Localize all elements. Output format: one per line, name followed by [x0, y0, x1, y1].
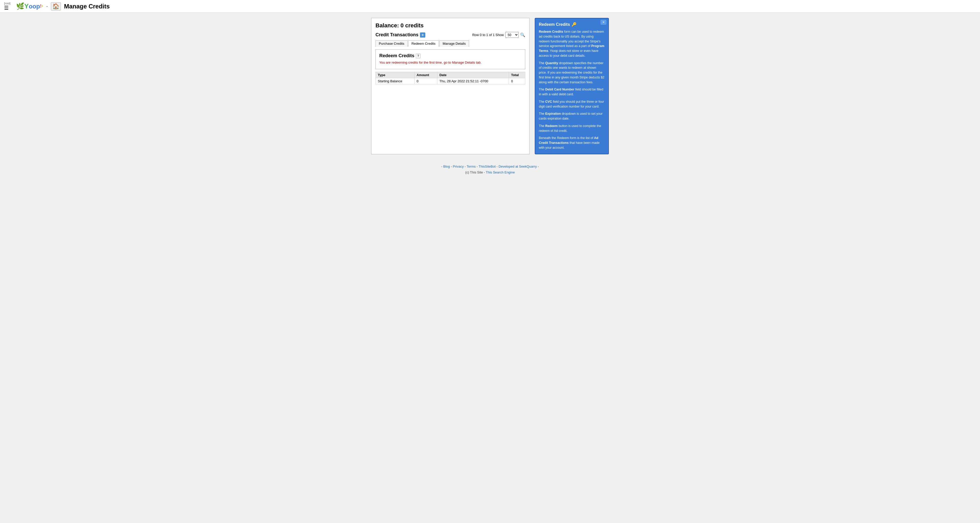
logo-area: 🌿 Y oop ! • — [16, 2, 43, 10]
footer-dash-6: - — [538, 165, 539, 169]
cell-total: 0 — [509, 78, 525, 84]
credit-transactions-title: Credit Transactions — [375, 32, 418, 38]
main-content: Balance: 0 credits Credit Transactions +… — [0, 13, 980, 159]
table-header: Type Amount Date Total — [376, 72, 525, 78]
home-button[interactable]: 🏠 — [51, 2, 61, 11]
tab-manage-details[interactable]: Manage Details — [439, 40, 469, 47]
footer-dash-2: - — [451, 165, 453, 169]
tab-redeem-credits-label: Redeem Credits — [412, 41, 436, 46]
balance-display: Balance: 0 credits — [375, 22, 525, 29]
header: [root] ☰ 🌿 Y oop ! • - 🏠 Manage Credits — [0, 0, 980, 13]
col-date: Date — [437, 72, 509, 78]
footer-link-blog[interactable]: Blog — [443, 165, 450, 169]
footer-link-seekquarry[interactable]: Developed at SeekQuarry — [498, 165, 537, 169]
help-panel-close-button[interactable]: ✕ — [601, 20, 606, 24]
row-info-text: Row 0 to 1 of 1 Show — [472, 33, 504, 37]
footer-copyright: (c) This Site - This Search Engine — [5, 170, 975, 174]
help-para-1: Redeem Credits form can be used to redee… — [539, 29, 605, 58]
help-para-2: The Quantity dropdown specifies the numb… — [539, 61, 605, 85]
footer-dash-1: - — [441, 165, 443, 169]
help-panel-title: Redeem Credits 🔑 — [539, 22, 605, 27]
help-para-6: The Redeem button is used to complete th… — [539, 124, 605, 134]
help-title-text: Redeem Credits — [539, 22, 570, 27]
content-panel: Balance: 0 credits Credit Transactions +… — [371, 18, 530, 154]
footer-link-search-engine[interactable]: This Search Engine — [486, 170, 515, 174]
root-label: [root] — [4, 2, 11, 5]
table-row: Starting Balance 0 Thu, 28 Apr 2022 21:5… — [376, 78, 525, 84]
cell-amount: 0 — [414, 78, 437, 84]
help-para-7: Beneath the Redeem form is the list of A… — [539, 136, 605, 150]
help-para-4: The CVC field you should put the three o… — [539, 99, 605, 109]
help-panel: Redeem Credits 🔑 ✕ Redeem Credits form c… — [535, 18, 609, 154]
tab-redeem-credits[interactable]: Redeem Credits — [408, 40, 439, 47]
cell-type: Starting Balance — [376, 78, 415, 84]
help-icon[interactable]: ? — [416, 54, 420, 58]
tab-manage-details-label: Manage Details — [443, 41, 466, 46]
credit-transactions-label: Credit Transactions + — [375, 32, 425, 38]
logo-y: Y — [24, 2, 29, 10]
redeem-title: Redeem Credits — [379, 53, 414, 59]
col-type: Type — [376, 72, 415, 78]
show-count-select[interactable]: 50 25 100 — [505, 32, 519, 38]
redeem-warning: You are redeeming credits for the first … — [379, 60, 522, 64]
row-info: Row 0 to 1 of 1 Show 50 25 100 🔍 — [472, 32, 525, 38]
key-icon: 🔑 — [571, 22, 577, 27]
col-amount: Amount — [414, 72, 437, 78]
footer-link-thissitebot[interactable]: ThisSiteBot — [479, 165, 495, 169]
table-body: Starting Balance 0 Thu, 28 Apr 2022 21:5… — [376, 78, 525, 84]
add-transaction-button[interactable]: + — [420, 32, 425, 38]
credit-transactions-header: Credit Transactions + Row 0 to 1 of 1 Sh… — [375, 32, 525, 38]
tab-content-area: Redeem Credits ? You are redeeming credi… — [375, 49, 525, 69]
logo-oo: oop — [29, 3, 40, 10]
tabs-container: Purchase Credits Redeem Credits Manage D… — [375, 40, 525, 47]
tab-purchase-credits[interactable]: Purchase Credits — [375, 40, 408, 47]
tab-purchase-credits-label: Purchase Credits — [379, 41, 404, 46]
col-total: Total — [509, 72, 525, 78]
separator: - — [46, 3, 48, 9]
copyright-text: (c) This Site - — [465, 170, 485, 174]
logo-flower-icon: 🌿 — [16, 2, 24, 10]
search-button[interactable]: 🔍 — [520, 32, 525, 37]
cell-date: Thu, 28 Apr 2022 21:52:11 -0700 — [437, 78, 509, 84]
footer-links: - Blog - Privacy - Terms - ThisSiteBot -… — [5, 165, 975, 169]
transaction-table: Type Amount Date Total Starting Balance … — [375, 72, 525, 84]
logo-dot2: • — [41, 3, 43, 9]
redeem-section-header: Redeem Credits ? — [379, 53, 522, 59]
menu-icon[interactable]: ☰ — [4, 5, 9, 11]
footer: - Blog - Privacy - Terms - ThisSiteBot -… — [0, 159, 980, 180]
help-para-3: The Debit Card Number field should be fi… — [539, 87, 605, 97]
page-title: Manage Credits — [64, 3, 110, 10]
help-para-5: The Expiration dropdown is used to set y… — [539, 111, 605, 121]
footer-link-privacy[interactable]: Privacy — [453, 165, 464, 169]
footer-dash-3: - — [465, 165, 467, 169]
footer-link-terms[interactable]: Terms — [467, 165, 476, 169]
